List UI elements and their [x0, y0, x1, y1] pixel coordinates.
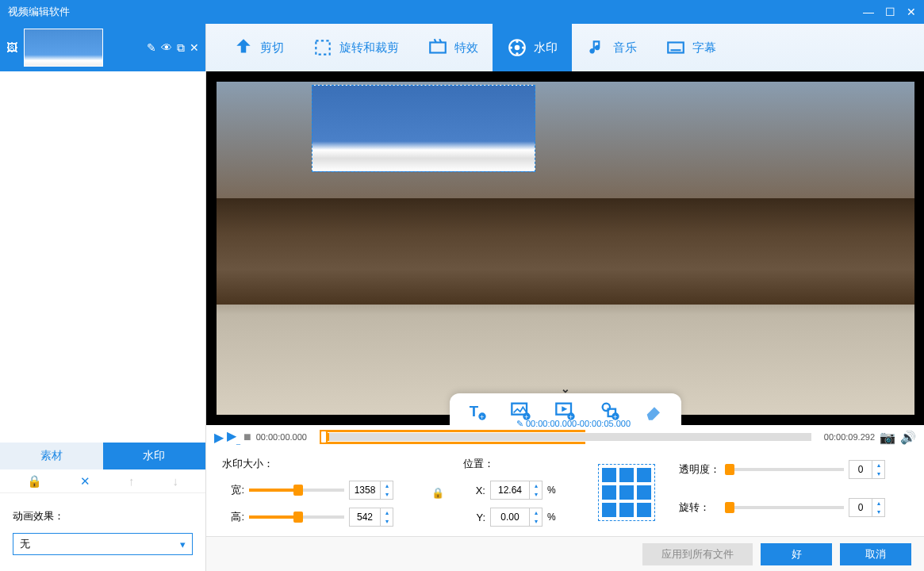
animation-value: 无: [20, 537, 30, 551]
opacity-label: 透明度：: [679, 462, 723, 477]
copy-icon[interactable]: ⧉: [177, 41, 185, 55]
pos-bl[interactable]: [602, 503, 616, 517]
x-spinner[interactable]: ▴▾: [490, 481, 543, 500]
rotate-icon: [312, 37, 333, 58]
y-up[interactable]: ▴: [530, 508, 542, 517]
pos-mc[interactable]: [619, 485, 634, 500]
pos-mr[interactable]: [637, 485, 651, 500]
x-up[interactable]: ▴: [530, 481, 542, 490]
delete-clip-icon[interactable]: ✕: [190, 41, 199, 55]
delete-icon[interactable]: ✕: [80, 474, 90, 489]
apply-all-button[interactable]: 应用到所有文件: [642, 543, 753, 565]
pos-tr[interactable]: [637, 468, 651, 482]
edit-icon[interactable]: ✎: [147, 41, 156, 55]
x-input[interactable]: [491, 485, 529, 496]
rotate-down[interactable]: ▾: [872, 508, 884, 516]
timeline: ▶ ▶_ ■ 00:00:00.000 ✎ 00:00:00.000-00:00…: [206, 425, 924, 449]
rotate-input[interactable]: [849, 502, 872, 513]
snapshot-icon[interactable]: 📷: [880, 430, 895, 445]
lock-aspect-icon[interactable]: 🔒: [431, 487, 444, 499]
width-down[interactable]: ▾: [381, 490, 393, 499]
add-eraser-icon[interactable]: [643, 400, 665, 422]
maximize-button[interactable]: ☐: [885, 6, 895, 18]
bottom-buttons: 应用到所有文件 好 取消: [206, 536, 924, 571]
width-up[interactable]: ▴: [381, 481, 393, 490]
rotate-spinner[interactable]: ▴▾: [849, 498, 885, 517]
svg-point-7: [510, 46, 512, 48]
eye-icon[interactable]: 👁: [161, 41, 172, 55]
volume-icon[interactable]: 🔊: [900, 430, 916, 445]
tab-watermark-label: 水印: [534, 40, 558, 56]
animation-label: 动画效果：: [13, 509, 193, 523]
y-spinner[interactable]: ▴▾: [490, 508, 543, 527]
tab-cut[interactable]: 剪切: [219, 24, 298, 71]
tab-watermark[interactable]: 水印: [103, 443, 206, 469]
svg-point-6: [516, 52, 518, 55]
height-input[interactable]: [350, 512, 380, 523]
tab-music[interactable]: 音乐: [572, 24, 651, 71]
ok-button[interactable]: 好: [761, 543, 832, 565]
opacity-down[interactable]: ▾: [872, 469, 884, 478]
height-up[interactable]: ▴: [381, 508, 393, 517]
height-slider[interactable]: [249, 515, 344, 519]
pos-ml[interactable]: [602, 485, 616, 500]
sidebar-toolbar: 🔒 ✕ ↑ ↓: [0, 469, 205, 493]
window-controls: — ☐ ✕: [863, 6, 916, 18]
size-title: 水印大小：: [222, 457, 412, 471]
add-text-icon[interactable]: T+: [466, 400, 488, 422]
y-down[interactable]: ▾: [530, 517, 542, 526]
time-range: 00:00:00.000-00:00:05.000: [526, 419, 631, 428]
height-down[interactable]: ▾: [381, 517, 393, 526]
stop-button[interactable]: ■: [243, 430, 251, 444]
close-button[interactable]: ✕: [907, 6, 916, 18]
edit-range-icon[interactable]: ✎ 00:00:00.000-00:00:05.000: [516, 419, 631, 429]
position-title: 位置：: [463, 457, 582, 471]
height-spinner[interactable]: ▴▾: [349, 508, 393, 527]
tab-music-label: 音乐: [613, 40, 637, 56]
pos-bc[interactable]: [619, 503, 634, 517]
x-label: X:: [463, 485, 485, 496]
opacity-input[interactable]: [849, 464, 872, 475]
timeline-track[interactable]: ✎ 00:00:00.000-00:00:05.000: [320, 433, 811, 441]
play-segment-button[interactable]: ▶_: [227, 428, 240, 445]
move-up-icon[interactable]: ↑: [128, 474, 135, 488]
tab-material[interactable]: 素材: [0, 443, 103, 469]
preview-area[interactable]: T+ + + +: [206, 71, 924, 425]
pos-tl[interactable]: [602, 468, 616, 482]
y-unit: %: [547, 512, 556, 523]
width-spinner[interactable]: ▴▾: [349, 481, 393, 500]
sidebar-tabs: 素材 水印: [0, 443, 205, 469]
cut-icon: [233, 37, 254, 58]
width-input[interactable]: [350, 485, 380, 496]
watermark-overlay[interactable]: [312, 85, 535, 172]
opacity-slider[interactable]: [727, 468, 844, 471]
rotate-up[interactable]: ▴: [872, 499, 884, 508]
tab-rotate[interactable]: 旋转和裁剪: [298, 24, 413, 71]
width-slider[interactable]: [249, 489, 344, 492]
clip-thumbnail[interactable]: [24, 29, 103, 67]
minimize-button[interactable]: —: [863, 6, 874, 18]
pos-br[interactable]: [637, 503, 651, 517]
rotate-slider[interactable]: [727, 506, 844, 509]
tab-subtitle[interactable]: 字幕: [651, 24, 730, 71]
y-input[interactable]: [491, 512, 529, 523]
play-button[interactable]: ▶: [214, 430, 224, 445]
app-title: 视频编辑软件: [8, 5, 863, 19]
svg-point-3: [515, 45, 520, 51]
cancel-button[interactable]: 取消: [840, 543, 911, 565]
effect-icon: [427, 37, 448, 58]
tab-effect-label: 特效: [454, 40, 478, 56]
svg-rect-8: [668, 43, 684, 53]
pos-tc[interactable]: [619, 468, 634, 482]
move-down-icon[interactable]: ↓: [173, 474, 179, 488]
opacity-spinner[interactable]: ▴▾: [849, 460, 885, 479]
x-down[interactable]: ▾: [530, 490, 542, 499]
lock-icon[interactable]: 🔒: [27, 474, 42, 489]
tab-watermark-top[interactable]: 水印: [493, 24, 572, 71]
music-icon: [586, 37, 607, 58]
clip-list: 🖼 ✎ 👁 ⧉ ✕: [0, 24, 205, 71]
animation-select[interactable]: 无: [13, 533, 193, 555]
svg-rect-9: [671, 49, 681, 51]
tab-effect[interactable]: 特效: [413, 24, 493, 71]
opacity-up[interactable]: ▴: [872, 461, 884, 469]
